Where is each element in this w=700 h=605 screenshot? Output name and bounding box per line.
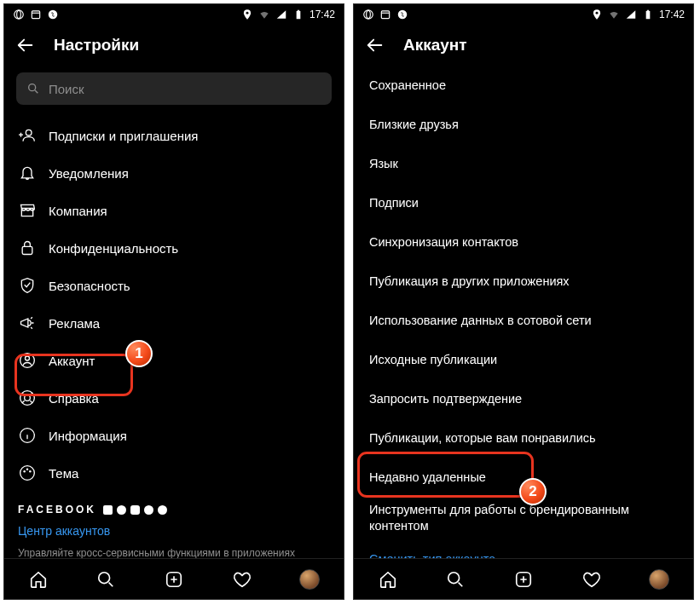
account-item-0[interactable]: Сохраненное — [354, 66, 693, 105]
svg-point-4 — [246, 12, 249, 14]
nav-search-icon[interactable] — [95, 569, 116, 590]
svg-point-22 — [367, 10, 371, 18]
shazam-icon — [47, 9, 59, 20]
location-icon — [241, 9, 253, 20]
status-time: 17:42 — [659, 9, 685, 20]
status-bar: 17:42 — [354, 4, 693, 25]
bell-icon — [18, 164, 37, 182]
signal-icon — [625, 9, 637, 20]
account-item-12[interactable]: Сменить тип аккаунта — [354, 539, 693, 558]
account-item-2[interactable]: Язык — [354, 144, 693, 183]
settings-item-user[interactable]: Аккаунт — [13, 342, 335, 379]
user-icon — [18, 351, 37, 370]
account-item-1[interactable]: Близкие друзья — [354, 105, 693, 144]
palette-icon — [18, 464, 37, 482]
calendar-icon — [30, 9, 42, 20]
back-icon[interactable] — [366, 36, 385, 55]
account-item-4[interactable]: Синхронизация контактов — [354, 222, 693, 262]
account-item-8[interactable]: Запросить подтверждение — [354, 379, 693, 418]
menuitem-label: Информация — [49, 429, 127, 443]
nav-search-icon[interactable] — [445, 569, 466, 590]
brand-icons — [103, 505, 167, 515]
svg-point-21 — [364, 10, 373, 20]
menuitem-label: Реклама — [49, 316, 100, 331]
settings-item-lock[interactable]: Конфиденциальность — [13, 229, 335, 267]
account-item-5[interactable]: Публикация в других приложениях — [354, 262, 693, 301]
menuitem-label: Аккаунт — [49, 354, 95, 368]
settings-item-info[interactable]: Информация — [13, 417, 335, 454]
svg-point-25 — [596, 12, 599, 14]
header: Аккаунт — [354, 25, 693, 66]
svg-point-13 — [25, 395, 31, 401]
svg-rect-27 — [647, 10, 649, 11]
svg-point-18 — [29, 470, 32, 473]
menuitem-label: Уведомления — [49, 166, 129, 181]
account-content: СохраненноеБлизкие друзьяЯзыкПодписиСинх… — [354, 66, 693, 558]
phone-left: 17:42 Настройки Поиск Подписки и приглаш… — [3, 3, 344, 600]
back-icon[interactable] — [16, 36, 35, 55]
wifi-icon — [258, 9, 270, 20]
settings-item-palette[interactable]: Тема — [13, 454, 335, 492]
account-item-7[interactable]: Исходные публикации — [354, 340, 693, 379]
svg-point-8 — [26, 130, 32, 135]
person-add-icon — [18, 126, 37, 145]
status-time: 17:42 — [310, 9, 335, 20]
info-icon — [18, 426, 37, 445]
battery-icon — [292, 9, 304, 20]
accounts-center-desc: Управляйте кросс-сервисными функциями в … — [4, 541, 344, 558]
status-bar: 17:42 — [4, 4, 344, 25]
account-item-11[interactable]: Инструменты для работы с брендированным … — [354, 497, 693, 539]
battery-icon — [642, 9, 654, 20]
svg-point-11 — [26, 356, 30, 360]
menuitem-label: Тема — [49, 466, 78, 481]
svg-point-15 — [20, 466, 35, 481]
svg-point-7 — [29, 84, 36, 91]
lock-icon — [18, 239, 37, 257]
page-title: Аккаунт — [403, 36, 467, 55]
nav-add-icon[interactable] — [513, 569, 534, 590]
menuitem-label: Компания — [49, 204, 107, 218]
menuitem-label: Справка — [49, 391, 99, 406]
opera-icon — [362, 9, 374, 20]
lifebuoy-icon — [18, 389, 37, 407]
nav-home-icon[interactable] — [28, 569, 49, 590]
nav-profile-avatar[interactable] — [299, 569, 320, 590]
svg-point-0 — [14, 10, 24, 20]
svg-rect-23 — [381, 11, 389, 19]
svg-point-16 — [23, 470, 26, 473]
svg-rect-6 — [298, 10, 299, 11]
location-icon — [591, 9, 603, 20]
shazam-icon — [396, 9, 408, 20]
calendar-icon — [379, 9, 391, 20]
account-item-6[interactable]: Использование данных в сотовой сети — [354, 301, 693, 340]
shield-icon — [18, 276, 37, 295]
nav-heart-icon[interactable] — [232, 569, 252, 590]
settings-item-bell[interactable]: Уведомления — [13, 154, 335, 192]
svg-point-28 — [448, 572, 460, 583]
accounts-center-link[interactable]: Центр аккаунтов — [4, 521, 344, 541]
settings-item-megaphone[interactable]: Реклама — [13, 304, 335, 342]
nav-add-icon[interactable] — [164, 569, 184, 590]
facebook-brand: FACEBOOK — [4, 492, 344, 521]
settings-item-lifebuoy[interactable]: Справка — [13, 379, 335, 417]
settings-item-person-add[interactable]: Подписки и приглашения — [13, 117, 335, 154]
svg-rect-5 — [297, 11, 301, 19]
nav-heart-icon[interactable] — [581, 569, 602, 590]
settings-item-storefront[interactable]: Компания — [13, 192, 335, 229]
page-title: Настройки — [54, 36, 139, 55]
svg-rect-9 — [22, 246, 32, 254]
bottom-nav — [354, 558, 693, 599]
settings-item-shield[interactable]: Безопасность — [13, 267, 335, 304]
account-item-3[interactable]: Подписи — [354, 183, 693, 222]
svg-rect-2 — [32, 11, 39, 19]
account-item-9[interactable]: Публикации, которые вам понравились — [354, 418, 693, 458]
search-input[interactable]: Поиск — [16, 72, 332, 105]
menuitem-label: Безопасность — [49, 279, 130, 293]
svg-point-1 — [17, 10, 21, 18]
nav-home-icon[interactable] — [378, 569, 398, 590]
storefront-icon — [18, 201, 37, 220]
wifi-icon — [608, 9, 620, 20]
account-item-10[interactable]: Недавно удаленные — [354, 458, 693, 497]
signal-icon — [275, 9, 287, 20]
nav-profile-avatar[interactable] — [649, 569, 669, 590]
